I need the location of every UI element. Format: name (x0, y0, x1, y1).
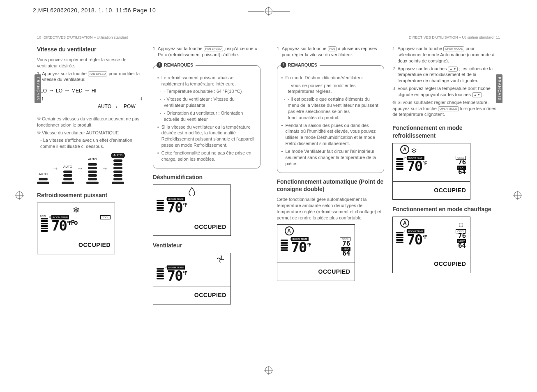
column: 1 Appuyez sur la touche OPER MODE pour s… (392, 44, 500, 376)
sun-icon: ☼ (458, 219, 465, 229)
button-key-icon: FAN SPEED (204, 46, 223, 51)
temperature-value: 70°F (167, 269, 187, 283)
lcd-display-power-cooling: ❄ POW ROOM TEMP COOL HI 70°FPo OCCUPIED (37, 203, 115, 254)
step-text: Appuyez sur la touche OPER MODE pour sél… (397, 46, 500, 64)
paragraph: Vous pouvez simplement régler la vitesse… (37, 57, 145, 69)
remark-item: - Orientation du ventilateur : Orientati… (157, 110, 256, 122)
button-key-icon: OPER MODE (443, 46, 464, 51)
cool-setpoint: 76 (458, 233, 466, 239)
crop-mark-top (248, 7, 290, 15)
cool-setpoint: 76 (458, 159, 466, 166)
occupied-label: OCCUPIED (37, 236, 115, 254)
remarks-title: ! REMARQUES (281, 62, 320, 68)
occupied-label: OCCUPIED (277, 263, 355, 281)
heading-cooling-mode: Fonctionnement en mode refroidissement (392, 124, 500, 140)
button-key-icon: ▲ ▼ (472, 92, 482, 97)
temperature-value: 70°F (167, 201, 187, 214)
registration-mark-icon (265, 7, 272, 15)
remark-item: - Température souhaitée : 64 °F(18 °C) (157, 88, 256, 95)
fan-bars-icon: HI (396, 158, 403, 170)
snowflake-icon: ❄ (73, 205, 80, 216)
step-text: Appuyez sur les touches ▲ ▼ ; les icônes… (397, 66, 500, 84)
step: 1 Appuyez sur la touche FAN SPEED jusqu'… (153, 46, 260, 58)
step-number: 1 (392, 46, 395, 64)
column: 1 Appuyez sur la touche FAN SPEED jusqu'… (153, 44, 260, 376)
lcd-display-dehum: ROOM TEMP HI 70°F OCCUPIED (153, 184, 231, 236)
button-key-icon: FAN (328, 46, 337, 51)
step: 3 Vous pouvez régler la température dont… (392, 85, 500, 98)
column: Vitesse du ventilateur Vous pouvez simpl… (37, 44, 145, 376)
auto-bars-diagram: AUTO ⇢ AUTO ⇢ AUTO ⇢ AUTO (37, 153, 145, 184)
step-number: 1 (277, 46, 279, 58)
temperature-value: 70°F (407, 233, 426, 247)
step: 2 Appuyez sur les touches ▲ ▼ ; les icôn… (392, 66, 500, 84)
info-icon: ! (281, 62, 286, 68)
occupied-label: OCCUPIED (393, 255, 470, 273)
registration-mark-icon (514, 191, 521, 199)
heading-fan-speed: Vitesse du ventilateur (37, 46, 145, 53)
button-key-icon: ▲ ▼ (448, 67, 458, 71)
fan-icon (217, 255, 225, 266)
page-header-right: DIRECTIVES D'UTILISATION – Utilisation s… (277, 35, 500, 40)
step-text: Appuyez sur la touche FAN SPEED jusqu'à … (158, 46, 260, 58)
svg-point-0 (220, 258, 221, 260)
remark-item: - Vitesse du ventilateur : Vitesse du ve… (157, 96, 256, 108)
step-number: 3 (392, 85, 395, 98)
occupied-label: OCCUPIED (153, 218, 230, 236)
section-title: DIRECTIVES D'UTILISATION – Utilisation s… (44, 35, 128, 40)
step-text: Appuyez sur la touche FAN SPEED pour mod… (42, 71, 145, 83)
lcd-display-cooling-mode: A ❄ ROOM TEMP COOL HEAT HI 70°F 76 (392, 143, 470, 200)
button-key-icon: FAN SPEED (88, 71, 107, 76)
note: ❊ Si vous souhaitez régler chaque tempér… (392, 99, 500, 118)
auto-mode-icon: A (400, 145, 409, 154)
remark-item: - Il est possible que certains éléments … (281, 96, 380, 120)
temperature-value: 70°FPo (51, 219, 77, 233)
fan-bars-icon: HI (157, 200, 164, 211)
column: 1 Appuyez sur la touche FAN à plusieurs … (277, 44, 385, 376)
step: 1 Appuyez sur la touche FAN à plusieurs … (277, 46, 385, 58)
heading-auto: Fonctionnement automatique (Point de con… (277, 178, 385, 194)
auto-mode-icon: A (400, 219, 409, 228)
heat-setpoint: 64 (458, 169, 466, 175)
note: - La vitesse s'affiche avec un effet d'a… (37, 137, 145, 150)
step-text: Appuyez sur la touche FAN à plusieurs re… (282, 46, 385, 58)
language-tab: FRANÇAIS (496, 74, 502, 103)
fan-bars-icon: HI (157, 268, 164, 279)
cool-setpoint: 76 (342, 240, 350, 247)
paragraph: Cette fonctionnalité gère automatiquemen… (277, 196, 385, 221)
heading-power-cooling: Refroidissement puissant (37, 191, 145, 199)
page-number: 11 (496, 35, 500, 40)
button-key-icon: OPER MODE (438, 106, 459, 111)
remark-item: Le mode Ventilateur fait circuler l'air … (281, 148, 380, 167)
fan-bars-icon: HI (281, 240, 288, 251)
remark-item: - Vous ne pouvez pas modifier les tempér… (281, 83, 380, 95)
temperature-value: 70°F (407, 159, 426, 173)
crop-mark-left (16, 191, 23, 201)
occupied-label: OCCUPIED (153, 286, 230, 304)
droplet-icon (188, 187, 196, 198)
step-text: Vous pouvez régler la température dont l… (397, 85, 500, 98)
remark-item: En mode Déshumidification/Ventilateur (281, 75, 380, 81)
note: ❊ Vitesse du ventilateur AUTOMATIQUE (37, 130, 145, 136)
step-number: 1 (153, 46, 155, 58)
heading-dehum: Déshumidification (153, 173, 260, 181)
pow-label: POW (40, 214, 46, 218)
page-header-left: 10 DIRECTIVES D'UTILISATION – Utilisatio… (37, 35, 260, 40)
lcd-display-fan: ROOM TEMP HI 70°F OCCUPIED (153, 253, 231, 304)
heat-setpoint: 64 (342, 250, 350, 257)
remarks-title: ! REMARQUES (157, 62, 196, 68)
page-number: 10 (37, 35, 41, 40)
remark-item: Cette fonctionnalité peut ne pas être pr… (157, 150, 256, 162)
snowflake-icon: ❄ (411, 146, 417, 156)
remark-item: Pendant la saison des pluies ou dans des… (281, 122, 380, 147)
step: 1 Appuyez sur la touche FAN SPEED pour m… (37, 71, 145, 83)
lcd-display-auto: A ROOM TEMP COOL HEAT HI 70°F 76 64 (277, 224, 355, 281)
fan-bars-icon: HI (396, 232, 403, 243)
page-left: FRANÇAIS 10 DIRECTIVES D'UTILISATION – U… (37, 35, 260, 376)
step: 1 Appuyez sur la touche OPER MODE pour s… (392, 46, 500, 64)
step-number: 2 (392, 66, 395, 84)
occupied-label: OCCUPIED (393, 181, 470, 199)
info-icon: ! (157, 62, 162, 68)
language-tab: FRANÇAIS (35, 74, 41, 103)
cool-label: COOL (100, 215, 111, 219)
